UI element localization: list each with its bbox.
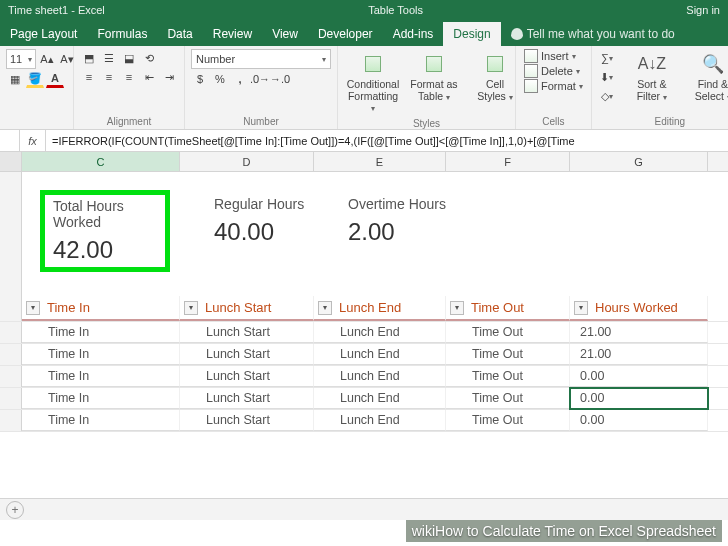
col-filter-lunch-start[interactable]: ▾Lunch Start <box>180 296 314 321</box>
signin-button[interactable]: Sign in <box>686 4 720 16</box>
col-filter-time-in[interactable]: ▾Time In <box>22 296 180 321</box>
font-size-input[interactable]: 11▾ <box>6 49 36 69</box>
active-cell: 0.00 <box>570 388 708 409</box>
delete-cells-button[interactable]: Delete ▾ <box>522 64 582 78</box>
align-top-icon[interactable]: ⬒ <box>80 49 98 67</box>
conditional-formatting-button[interactable]: ConditionalFormatting ▾ <box>344 49 402 116</box>
total-hours-value[interactable]: 42.00 <box>53 236 157 264</box>
col-header-C[interactable]: C <box>22 152 180 171</box>
align-left-icon[interactable]: ≡ <box>80 68 98 86</box>
cell-styles-icon <box>487 56 503 72</box>
increase-indent-icon[interactable]: ⇥ <box>160 68 178 86</box>
clear-icon[interactable]: ◇ ▾ <box>598 87 616 105</box>
fill-color-icon[interactable]: 🪣 <box>26 70 44 88</box>
insert-cells-button[interactable]: Insert ▾ <box>522 49 578 63</box>
table-row[interactable]: Time In Lunch Start Lunch End Time Out 0… <box>0 388 728 410</box>
filter-icon[interactable]: ▾ <box>318 301 332 315</box>
filter-icon[interactable]: ▾ <box>184 301 198 315</box>
number-format-select[interactable]: Number▾ <box>191 49 331 69</box>
watermark: wikiHow to Calculate Time on Excel Sprea… <box>406 520 722 542</box>
insert-icon <box>524 49 538 63</box>
table-row[interactable]: Time In Lunch Start Lunch End Time Out 2… <box>0 344 728 366</box>
increase-decimal-icon[interactable]: .0→ <box>251 70 269 88</box>
table-row[interactable]: Time In Lunch Start Lunch End Time Out 0… <box>0 366 728 388</box>
select-all-corner[interactable] <box>0 152 22 171</box>
lightbulb-icon <box>511 28 523 40</box>
decrease-indent-icon[interactable]: ⇤ <box>140 68 158 86</box>
borders-icon[interactable]: ▦ <box>6 70 24 88</box>
alignment-group-label: Alignment <box>80 114 178 127</box>
comma-icon[interactable]: , <box>231 70 249 88</box>
tell-me-search[interactable]: Tell me what you want to do <box>501 22 685 46</box>
tab-addins[interactable]: Add-ins <box>383 22 444 46</box>
align-center-icon[interactable]: ≡ <box>100 68 118 86</box>
sort-filter-button[interactable]: A↓Z Sort &Filter ▾ <box>623 49 681 104</box>
format-as-table-button[interactable]: Format asTable ▾ <box>405 49 463 104</box>
format-cells-button[interactable]: Format ▾ <box>522 79 585 93</box>
table-tools-context: Table Tools <box>368 4 423 16</box>
font-color-icon[interactable]: A <box>46 70 64 88</box>
table-row[interactable]: Time In Lunch Start Lunch End Time Out 2… <box>0 322 728 344</box>
tab-data[interactable]: Data <box>157 22 202 46</box>
tab-formulas[interactable]: Formulas <box>87 22 157 46</box>
cells-group-label: Cells <box>522 114 585 127</box>
font-group-label <box>6 114 67 127</box>
align-middle-icon[interactable]: ☰ <box>100 49 118 67</box>
col-filter-lunch-end[interactable]: ▾Lunch End <box>314 296 446 321</box>
currency-icon[interactable]: $ <box>191 70 209 88</box>
col-header-G[interactable]: G <box>570 152 708 171</box>
col-filter-hours-worked[interactable]: ▾Hours Worked <box>570 296 708 321</box>
tab-review[interactable]: Review <box>203 22 262 46</box>
number-group-label: Number <box>191 114 331 127</box>
formula-input[interactable]: =IFERROR(IF(COUNT(TimeSheet[@[Time In]:[… <box>46 135 728 147</box>
fx-button[interactable]: fx <box>20 130 46 151</box>
find-select-button[interactable]: 🔍 Find &Select ▾ <box>684 49 728 104</box>
autosum-icon[interactable]: ∑ ▾ <box>598 49 616 67</box>
find-icon: 🔍 <box>702 53 724 75</box>
styles-group-label: Styles <box>344 116 509 129</box>
table-row[interactable]: Time In Lunch Start Lunch End Time Out 0… <box>0 410 728 432</box>
tab-page-layout[interactable]: Page Layout <box>0 22 87 46</box>
sort-filter-icon: A↓Z <box>638 55 666 73</box>
regular-hours-value[interactable]: 40.00 <box>214 218 348 246</box>
filter-icon[interactable]: ▾ <box>450 301 464 315</box>
tab-view[interactable]: View <box>262 22 308 46</box>
total-hours-highlight: Total Hours Worked 42.00 <box>40 190 170 272</box>
conditional-formatting-icon <box>365 56 381 72</box>
fill-icon[interactable]: ⬇ ▾ <box>598 68 616 86</box>
format-icon <box>524 79 538 93</box>
filter-icon[interactable]: ▾ <box>574 301 588 315</box>
total-hours-label: Total Hours Worked <box>53 198 157 230</box>
orientation-icon[interactable]: ⟲ <box>140 49 158 67</box>
title-doc: Time sheet1 - Excel <box>8 4 105 16</box>
decrease-decimal-icon[interactable]: →.0 <box>271 70 289 88</box>
regular-hours-label: Regular Hours <box>214 196 348 212</box>
increase-font-icon[interactable]: A▴ <box>38 50 56 68</box>
tab-developer[interactable]: Developer <box>308 22 383 46</box>
new-sheet-button[interactable]: + <box>6 501 24 519</box>
percent-icon[interactable]: % <box>211 70 229 88</box>
format-as-table-icon <box>426 56 442 72</box>
overtime-hours-label: Overtime Hours <box>348 196 480 212</box>
align-right-icon[interactable]: ≡ <box>120 68 138 86</box>
overtime-hours-value[interactable]: 2.00 <box>348 218 480 246</box>
col-filter-time-out[interactable]: ▾Time Out <box>446 296 570 321</box>
filter-icon[interactable]: ▾ <box>26 301 40 315</box>
col-header-D[interactable]: D <box>180 152 314 171</box>
delete-icon <box>524 64 538 78</box>
tab-design[interactable]: Design <box>443 22 500 46</box>
editing-group-label: Editing <box>598 114 728 127</box>
align-bottom-icon[interactable]: ⬓ <box>120 49 138 67</box>
col-header-F[interactable]: F <box>446 152 570 171</box>
col-header-E[interactable]: E <box>314 152 446 171</box>
